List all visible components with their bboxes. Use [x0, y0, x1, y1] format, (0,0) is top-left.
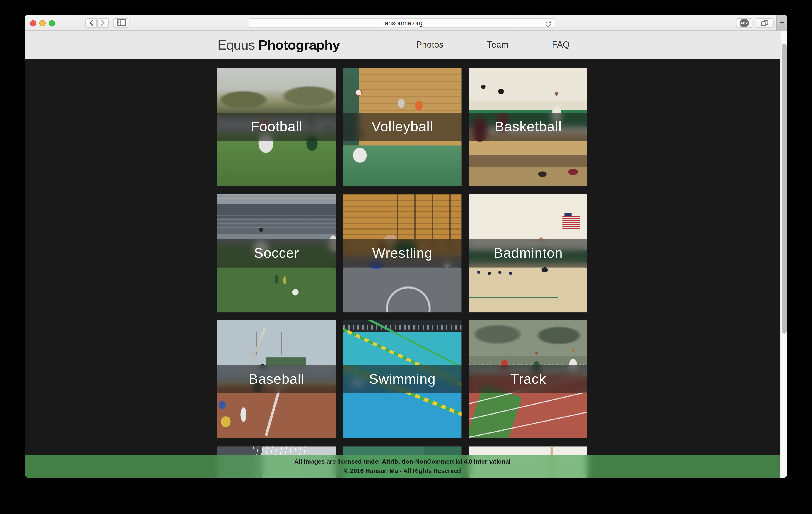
tile-label: Basketball	[495, 119, 562, 135]
url-text: hansonma.org	[381, 20, 423, 27]
category-tile-badminton[interactable]: Badminton	[469, 194, 587, 312]
tile-label-band: Baseball	[218, 365, 336, 394]
tile-label-band: Badminton	[469, 239, 587, 267]
nav-link-faq[interactable]: FAQ	[552, 40, 570, 50]
category-tile-volleyball[interactable]: Volleyball	[343, 68, 461, 186]
minimize-button[interactable]	[39, 20, 46, 26]
scrollbar-thumb[interactable]	[782, 44, 786, 334]
tile-label-band: Football	[218, 113, 336, 141]
sidebar-icon	[117, 18, 125, 28]
category-tile-soccer[interactable]: Soccer	[218, 194, 336, 312]
sidebar-button[interactable]	[113, 18, 129, 28]
category-tile-wrestling[interactable]: Wrestling	[343, 194, 461, 312]
reload-icon[interactable]	[545, 20, 552, 29]
baseball-bat-shape	[252, 328, 266, 359]
tab-overview-button[interactable]	[756, 18, 774, 28]
tile-label: Baseball	[249, 371, 304, 387]
tile-label-band: Wrestling	[343, 239, 461, 267]
category-tile-baseball[interactable]: Baseball	[218, 320, 336, 438]
window-controls	[30, 20, 55, 26]
tile-label-band: Basketball	[469, 113, 587, 141]
tile-label: Volleyball	[372, 119, 433, 135]
tile-label: Soccer	[254, 245, 299, 261]
forward-icon	[101, 18, 105, 28]
category-grid: Football Volleyball Basketball Soccer Wr	[218, 68, 587, 478]
scrollbar-track[interactable]	[780, 31, 787, 478]
site-header: Equus Photography Photos Team FAQ	[25, 31, 780, 59]
address-bar[interactable]: hansonma.org	[249, 18, 555, 28]
main-nav: Photos Team FAQ	[416, 40, 587, 50]
screen: hansonma.org ABP + Equus Photography Pho…	[0, 0, 812, 514]
tile-label-band: Swimming	[343, 365, 461, 394]
header-container: Equus Photography Photos Team FAQ	[218, 31, 587, 59]
site-footer: All images are licensed under Attributio…	[25, 455, 780, 478]
tile-label: Wrestling	[372, 245, 433, 261]
forward-button[interactable]	[97, 18, 109, 28]
brand-space	[255, 37, 259, 53]
tab-overview-icon	[761, 20, 768, 26]
category-tile-track[interactable]: Track	[469, 320, 587, 438]
tile-label: Football	[251, 119, 302, 135]
brand-light: Equus	[218, 37, 255, 53]
tile-label: Track	[511, 371, 546, 387]
brand-bold: Photography	[259, 37, 340, 53]
new-tab-button[interactable]: +	[776, 15, 787, 31]
category-tile-swimming[interactable]: Swimming	[343, 320, 461, 438]
category-tile-basketball[interactable]: Basketball	[469, 68, 587, 186]
nav-link-team[interactable]: Team	[487, 40, 509, 50]
close-button[interactable]	[30, 20, 36, 26]
adblock-button[interactable]: ABP	[736, 18, 752, 28]
browser-toolbar: hansonma.org ABP +	[25, 15, 787, 31]
tile-label: Swimming	[369, 371, 436, 387]
plus-icon: +	[780, 18, 784, 27]
tile-label-band: Track	[469, 365, 587, 394]
copyright-text: © 2016 Hanson Ma - All Rights Reserved	[344, 467, 461, 475]
site-main: Football Volleyball Basketball Soccer Wr	[25, 59, 780, 478]
tile-label: Badminton	[494, 245, 563, 261]
browser-window: hansonma.org ABP + Equus Photography Pho…	[25, 15, 787, 478]
back-icon	[89, 18, 93, 28]
site-logo[interactable]: Equus Photography	[218, 37, 340, 53]
nav-link-photos[interactable]: Photos	[416, 40, 444, 50]
zoom-button[interactable]	[49, 20, 55, 26]
category-tile-football[interactable]: Football	[218, 68, 336, 186]
abp-icon: ABP	[740, 19, 749, 27]
tile-label-band: Volleyball	[343, 113, 461, 141]
back-button[interactable]	[85, 18, 97, 28]
license-text: All images are licensed under Attributio…	[294, 458, 511, 465]
tile-label-band: Soccer	[218, 239, 336, 267]
